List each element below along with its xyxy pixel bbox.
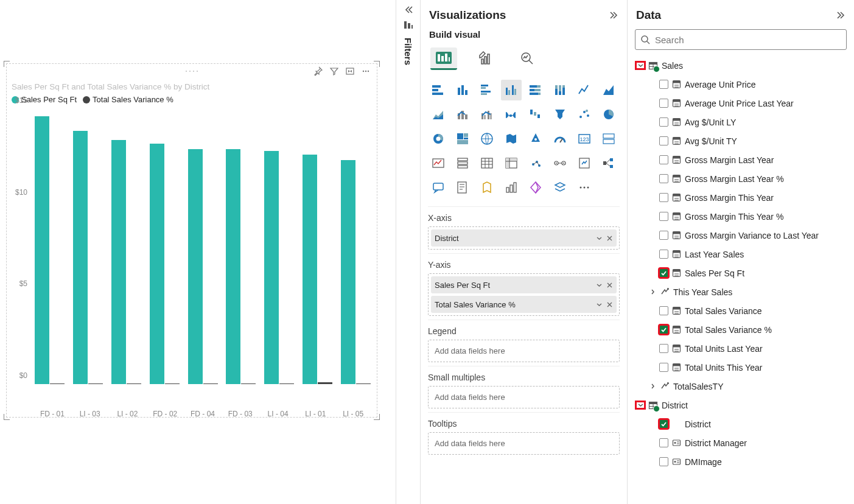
field-row[interactable]: Gross Margin Last Year <box>635 150 847 169</box>
field-checkbox[interactable] <box>659 438 668 447</box>
bar[interactable] <box>279 383 294 385</box>
field-checkbox[interactable] <box>659 250 668 259</box>
viz-pie-icon[interactable] <box>598 104 619 125</box>
field-row[interactable]: Avg $/Unit TY <box>635 131 847 150</box>
chevron-down-icon[interactable] <box>596 235 603 242</box>
viz-gauge-icon[interactable] <box>550 128 570 149</box>
bar[interactable] <box>188 149 203 384</box>
field-well[interactable]: Add data fields here <box>428 340 620 362</box>
viz-area-icon[interactable] <box>598 80 619 100</box>
viz-clustered-bar-icon[interactable] <box>477 80 497 100</box>
search-input-container[interactable] <box>635 29 847 50</box>
field-checkbox[interactable] <box>659 155 668 164</box>
viz-filled-map-icon[interactable] <box>501 128 522 149</box>
bar[interactable] <box>226 149 240 384</box>
field-row[interactable]: Total Sales Variance <box>635 301 847 320</box>
bar-group[interactable] <box>301 109 334 384</box>
bar[interactable] <box>88 383 103 385</box>
viz-clustered-column-icon[interactable] <box>501 80 522 100</box>
field-checkbox[interactable] <box>659 306 668 315</box>
viz-table-icon[interactable] <box>477 153 497 173</box>
field-chip[interactable]: Total Sales Variance % <box>431 296 617 313</box>
remove-field-icon[interactable] <box>606 301 613 308</box>
viz-multi-row-card-icon[interactable] <box>598 128 619 149</box>
tab-analytics[interactable] <box>514 47 540 70</box>
chart-visual-container[interactable]: Sales Per Sq Ft and Total Sales Variance… <box>6 63 377 418</box>
field-checkbox[interactable] <box>659 419 668 429</box>
bar[interactable] <box>241 383 256 385</box>
filters-rail[interactable]: Filters <box>396 0 420 504</box>
viz-scatter-icon[interactable] <box>574 104 595 125</box>
field-row[interactable]: Total Units This Year <box>635 358 847 377</box>
field-row[interactable]: Avg $/Unit LY <box>635 113 847 131</box>
bar-group[interactable] <box>263 109 295 384</box>
field-row[interactable]: Total Sales Variance % <box>635 320 847 339</box>
viz-map-icon[interactable] <box>477 128 497 149</box>
chevron-down-icon[interactable] <box>636 402 645 408</box>
resize-handle-bl[interactable] <box>4 414 10 420</box>
tab-build-visual[interactable] <box>430 47 457 70</box>
bar[interactable] <box>264 151 279 384</box>
viz-line-clustered-column-icon[interactable] <box>477 104 497 125</box>
field-row[interactable]: Gross Margin This Year <box>635 188 847 207</box>
viz-treemap-icon[interactable] <box>452 128 473 149</box>
field-checkbox[interactable] <box>659 363 668 372</box>
bar-group[interactable] <box>187 109 219 384</box>
field-checkbox[interactable] <box>659 193 668 202</box>
viz-line-stacked-column-icon[interactable] <box>452 104 473 125</box>
field-row[interactable]: District <box>635 415 847 433</box>
viz-100-stacked-bar-icon[interactable] <box>525 80 546 100</box>
field-row[interactable]: Gross Margin Variance to Last Year <box>635 226 847 245</box>
filter-icon[interactable] <box>329 66 339 76</box>
viz-stacked-column-icon[interactable] <box>452 80 473 100</box>
viz-azure-map-icon[interactable] <box>525 128 546 149</box>
field-checkbox[interactable] <box>659 99 668 108</box>
tab-format-visual[interactable] <box>473 47 499 70</box>
field-checkbox[interactable] <box>659 457 668 466</box>
focus-mode-icon[interactable] <box>345 66 355 76</box>
bar-group[interactable] <box>33 109 66 384</box>
field-chip[interactable]: Sales Per Sq Ft <box>431 276 617 293</box>
field-checkbox[interactable] <box>659 117 668 127</box>
more-options-icon[interactable] <box>361 66 371 76</box>
field-row[interactable]: DMImage <box>635 452 847 471</box>
field-row[interactable]: District Manager <box>635 433 847 452</box>
viz-waterfall-icon[interactable] <box>525 104 546 125</box>
field-well[interactable]: Add data fields here <box>428 432 620 455</box>
field-checkbox[interactable] <box>659 344 668 353</box>
field-row[interactable]: TotalSalesTY <box>635 377 847 396</box>
field-chip[interactable]: District <box>431 229 617 247</box>
resize-handle-br[interactable] <box>374 414 380 420</box>
collapse-left-icon[interactable] <box>404 5 413 15</box>
field-row[interactable]: Sales Per Sq Ft <box>635 264 847 282</box>
collapse-right-icon[interactable] <box>836 10 845 20</box>
bar[interactable] <box>203 383 218 385</box>
bar-group[interactable] <box>110 109 142 384</box>
viz-r-visual-icon[interactable] <box>525 153 546 173</box>
bar[interactable] <box>50 383 65 385</box>
field-checkbox[interactable] <box>659 325 668 334</box>
viz-100-stacked-column-icon[interactable] <box>550 80 570 100</box>
viz-kpi-icon[interactable] <box>428 153 449 173</box>
field-well[interactable]: District <box>428 226 620 250</box>
field-row[interactable]: Average Unit Price <box>635 75 847 94</box>
field-row[interactable]: Total Units Last Year <box>635 339 847 358</box>
viz-funnel-icon[interactable] <box>550 104 570 125</box>
bar-group[interactable] <box>149 109 181 384</box>
table-node[interactable]: Sales <box>635 56 847 75</box>
report-canvas[interactable]: Sales Per Sq Ft and Total Sales Variance… <box>0 0 396 504</box>
field-checkbox[interactable] <box>659 174 668 183</box>
chevron-right-icon[interactable] <box>648 383 657 390</box>
bar[interactable] <box>356 383 371 385</box>
bar[interactable] <box>111 140 126 384</box>
bar[interactable] <box>73 131 88 384</box>
remove-field-icon[interactable] <box>606 235 613 242</box>
bar[interactable] <box>150 144 164 384</box>
collapse-right-icon[interactable] <box>609 10 618 20</box>
viz-get-more-icon[interactable] <box>574 177 595 198</box>
remove-field-icon[interactable] <box>606 282 613 289</box>
field-well[interactable]: Sales Per Sq FtTotal Sales Variance % <box>428 273 620 316</box>
viz-matrix-icon[interactable] <box>501 153 522 173</box>
filters-rail-icon[interactable] <box>403 19 414 30</box>
pin-icon[interactable] <box>313 66 323 76</box>
